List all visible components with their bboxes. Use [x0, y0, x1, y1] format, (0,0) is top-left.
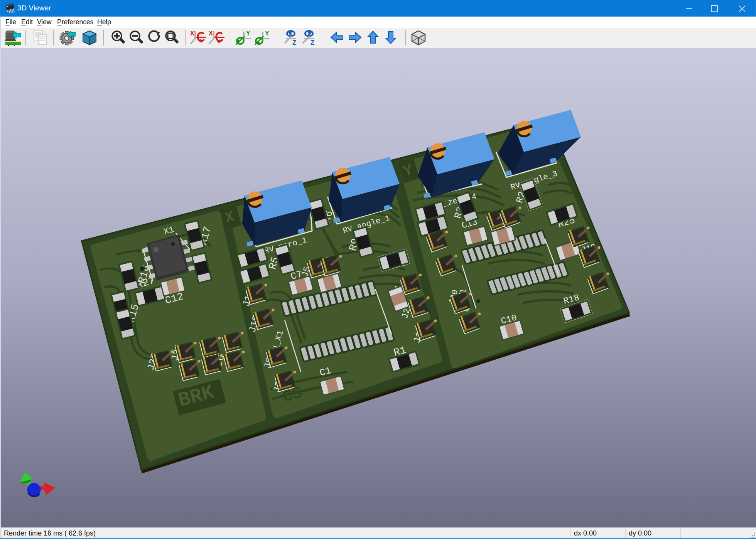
svg-text:Z: Z	[310, 39, 314, 46]
svg-text:X: X	[209, 30, 213, 37]
svg-text:Y: Y	[265, 30, 269, 37]
svg-text:Z: Z	[292, 39, 296, 46]
svg-text:X: X	[190, 30, 194, 37]
svg-text:Y: Y	[246, 30, 250, 37]
